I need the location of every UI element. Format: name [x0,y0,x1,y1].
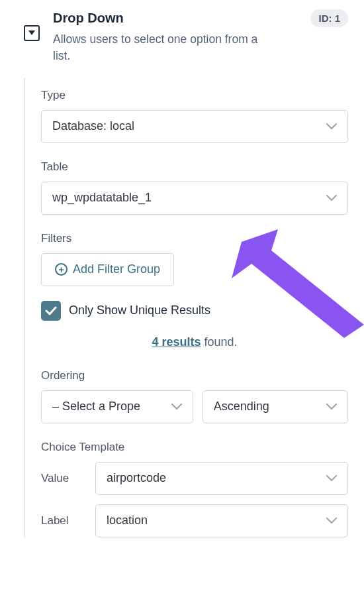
type-label: Type [41,89,348,102]
table-label: Table [41,160,348,174]
id-badge: ID: 1 [310,9,348,27]
dropdown-icon [24,25,40,41]
value-label: Value [41,472,83,485]
ordering-direction-value: Ascending [214,400,269,413]
add-filter-group-button[interactable]: + Add Filter Group [41,253,174,286]
chevron-down-icon [171,400,182,413]
table-group: Table wp_wpdatatable_1 [41,160,348,215]
value-select-value: airportcode [107,471,166,485]
label-label: Label [41,514,83,527]
chevron-down-icon [326,471,337,485]
choice-template-label: Choice Template [41,441,348,454]
table-value: wp_wpdatatable_1 [52,191,152,205]
filters-group: Filters + Add Filter Group Only Show Uni… [41,232,348,349]
unique-results-label: Only Show Unique Results [69,303,210,317]
results-summary: 4 results found. [41,335,348,349]
ordering-property-value: – Select a Prope [52,400,140,413]
plus-circle-icon: + [55,263,68,276]
type-group: Type Database: local [41,89,348,143]
form-panel: Type Database: local Table wp_wpdatatabl… [24,78,364,537]
section-description: Allows users to select one option from a… [53,31,265,65]
label-select-value: location [107,514,148,527]
table-select[interactable]: wp_wpdatatable_1 [41,182,348,215]
type-select[interactable]: Database: local [41,110,348,143]
label-select[interactable]: location [95,504,348,537]
ordering-direction-select[interactable]: Ascending [203,390,348,423]
ordering-property-select[interactable]: – Select a Prope [41,390,193,423]
ordering-group: Ordering – Select a Prope Ascending [41,369,348,423]
chevron-down-icon [326,400,337,413]
section-title: Drop Down [53,11,124,26]
value-select[interactable]: airportcode [95,462,348,495]
results-link[interactable]: 4 results [152,335,201,349]
results-suffix: found. [201,335,238,349]
choice-template-group: Choice Template Value airportcode Label … [41,441,348,537]
chevron-down-icon [326,119,337,133]
section-header: Drop Down ID: 1 Allows users to select o… [0,0,364,78]
add-filter-group-label: Add Filter Group [73,262,160,276]
chevron-down-icon [326,514,337,527]
ordering-label: Ordering [41,369,348,382]
unique-results-checkbox[interactable] [41,301,61,321]
chevron-down-icon [326,191,337,205]
filters-label: Filters [41,232,348,245]
type-value: Database: local [52,119,134,133]
